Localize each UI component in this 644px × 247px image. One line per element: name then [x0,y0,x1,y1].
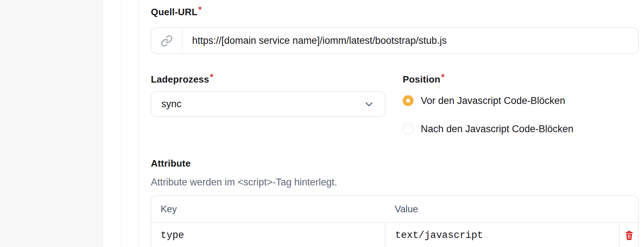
left-sidebar [0,0,103,247]
required-asterisk: * [441,72,445,82]
quell-url-field [151,28,639,54]
radio-selected-icon[interactable] [403,95,414,106]
position-option-after[interactable]: Nach den Javascript Code-Blöcken [403,122,573,136]
ladeprozess-label: Ladeprozess* [151,73,213,86]
delete-row-button[interactable] [619,223,638,247]
quell-url-input[interactable] [182,28,638,54]
ladeprozess-label-text: Ladeprozess [151,74,209,85]
key-column-header: Key [151,204,385,215]
radio-option-label: Vor den Javascript Code-Blöcken [421,95,565,106]
value-column-header: Value [385,204,638,215]
attribute-table-header: Key Value [151,196,638,223]
attribute-heading: Attribute [151,157,191,169]
quell-url-label: Quell-URL* [151,6,202,18]
radio-unselected-icon[interactable] [403,124,414,134]
attribute-key-cell[interactable]: type [151,223,385,247]
panel-divider-outer [121,0,121,247]
position-label: Position* [403,73,445,86]
ladeprozess-selected-value: sync [151,99,363,110]
panel-divider-inner [139,0,139,247]
script-form: Quell-URL* Ladeprozess* sync Position* V… [151,0,639,247]
trash-icon [624,230,635,241]
table-row: type text/javascript [151,223,638,247]
radio-option-label: Nach den Javascript Code-Blöcken [421,124,573,135]
attribute-value-cell[interactable]: text/javascript [385,223,619,247]
required-asterisk: * [198,5,202,14]
position-option-before[interactable]: Vor den Javascript Code-Blöcken [403,93,565,108]
required-asterisk: * [210,72,213,82]
attribute-table: Key Value type text/javascript [151,196,639,247]
quell-url-label-text: Quell-URL [151,7,198,17]
attribute-help-text: Attribute werden im <script>-Tag hinterl… [151,176,337,188]
ladeprozess-select[interactable]: sync [151,91,385,117]
url-prefix-cell [151,28,182,54]
link-icon [161,35,173,47]
chevron-down-icon [363,99,375,110]
position-label-text: Position [403,74,440,85]
